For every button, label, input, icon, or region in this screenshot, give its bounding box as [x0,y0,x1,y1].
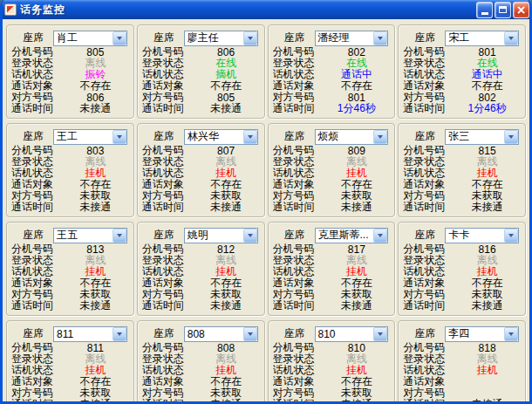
window-controls: × [476,2,529,18]
combobox-dropdown-button[interactable] [113,229,126,243]
seat-combobox[interactable]: 克里斯蒂... [315,228,389,243]
call-duration-row: 通话时间 未接通 [11,300,129,312]
chevron-down-icon [378,135,383,139]
combobox-dropdown-button[interactable] [504,327,518,341]
call-duration-value: 未接通 [324,298,391,313]
seat-combobox[interactable]: 808 [184,326,258,342]
call-duration-value: 未接通 [454,397,521,404]
seat-combobox[interactable]: 卡卡 [445,228,519,243]
seat-combobox[interactable]: 宋工 [445,31,519,46]
seat-combobox[interactable]: 王五 [53,228,127,243]
seat-label: 座席 [273,129,315,144]
call-duration-value: 1分46秒 [454,101,521,116]
combobox-dropdown-button[interactable] [504,229,518,243]
call-duration-row: 通话时间 未接通 [403,202,521,213]
combobox-dropdown-button[interactable] [113,327,126,341]
seat-combobox[interactable]: 811 [53,326,127,342]
seat-combobox-value: 烦烦 [316,129,374,144]
agent-panel: 座席 卡卡 分机号码 816 登录状态 离线 话机状态 挂机 通话对象 不存在 … [398,222,526,316]
call-duration-value: 未接通 [62,397,129,404]
combobox-dropdown-button[interactable] [373,130,387,144]
seat-combobox[interactable]: 张三 [445,129,519,145]
combobox-dropdown-button[interactable] [243,327,257,341]
call-duration-label: 通话时间 [403,200,454,215]
seat-combobox-value: 808 [185,328,243,340]
call-duration-value: 未接通 [454,200,521,215]
call-duration-label: 通话时间 [142,298,193,313]
seat-label: 座席 [403,228,445,243]
close-button[interactable]: × [513,2,529,18]
seat-combobox[interactable]: 王工 [53,129,127,145]
call-duration-row: 通话时间 未接通 [273,399,391,404]
call-duration-value: 未接通 [62,200,129,215]
call-duration-label: 通话时间 [273,298,324,313]
call-duration-value: 未接通 [193,298,260,313]
close-icon: × [516,3,527,16]
app-icon [4,3,17,16]
maximize-button[interactable] [494,2,511,18]
combobox-dropdown-button[interactable] [373,229,387,243]
seat-label: 座席 [11,326,53,341]
call-duration-row: 通话时间 1分46秒 [273,103,391,114]
combobox-dropdown-button[interactable] [373,327,387,341]
call-duration-row: 通话时间 未接通 [142,399,260,404]
seat-combobox[interactable]: 李四 [445,326,519,342]
call-duration-value: 未接通 [62,101,129,116]
agent-panel: 座席 810 分机号码 810 登录状态 离线 话机状态 挂机 通话对象 不存在… [268,320,396,404]
seat-combobox[interactable]: 潘经理 [315,31,389,46]
combobox-dropdown-button[interactable] [504,31,518,45]
seat-combobox[interactable]: 烦烦 [315,129,389,145]
seat-combobox-value: 张三 [446,129,504,144]
title-bar: 话务监控 × [0,0,532,19]
chevron-down-icon [508,37,514,40]
chevron-down-icon [508,135,514,139]
call-duration-value: 未接通 [193,200,260,215]
agent-panel: 座席 王五 分机号码 813 登录状态 离线 话机状态 挂机 通话对象 不存在 … [6,222,134,316]
chevron-down-icon [248,135,253,139]
call-duration-label: 通话时间 [11,200,62,215]
seat-combobox[interactable]: 姚明 [184,228,258,243]
seat-combobox-value: 宋工 [446,31,504,45]
call-duration-row: 通话时间 未接通 [11,399,129,404]
agent-panel: 座席 林兴华 分机号码 807 登录状态 离线 话机状态 挂机 通话对象 不存在… [137,123,265,217]
combobox-dropdown-button[interactable] [243,130,257,144]
agent-panel: 座席 肖工 分机号码 805 登录状态 离线 话机状态 振铃 通话对象 不存在 … [6,24,134,119]
call-duration-row: 通话时间 未接通 [403,399,521,404]
chevron-down-icon [378,234,383,237]
seat-combobox[interactable]: 肖工 [53,31,127,46]
seat-combobox-value: 林兴华 [185,129,243,144]
combobox-dropdown-button[interactable] [243,229,257,243]
seat-combobox[interactable]: 廖主任 [184,31,258,46]
call-duration-label: 通话时间 [142,200,193,215]
combobox-dropdown-button[interactable] [243,31,257,45]
agent-panel: 座席 潘经理 分机号码 802 登录状态 在线 话机状态 通话中 通话对象 不存… [268,24,396,119]
call-duration-value: 未接通 [324,397,391,404]
combobox-dropdown-button[interactable] [373,31,387,45]
call-duration-label: 通话时间 [273,200,324,215]
chevron-down-icon [378,332,383,336]
seat-combobox[interactable]: 810 [315,326,389,342]
combobox-dropdown-button[interactable] [504,130,518,144]
call-duration-row: 通话时间 未接通 [403,300,521,312]
combobox-dropdown-button[interactable] [113,31,126,45]
seat-label: 座席 [142,228,184,243]
call-duration-value: 未接通 [324,200,391,215]
call-duration-label: 通话时间 [142,101,193,116]
call-duration-row: 通话时间 未接通 [273,300,391,312]
call-duration-label: 通话时间 [403,397,454,404]
chevron-down-icon [117,234,122,237]
seat-label: 座席 [11,31,53,45]
seat-combobox-value: 810 [316,328,374,340]
call-duration-label: 通话时间 [11,101,62,116]
combobox-dropdown-button[interactable] [113,130,126,144]
chevron-down-icon [248,234,253,237]
agent-panel: 座席 张三 分机号码 815 登录状态 离线 话机状态 挂机 通话对象 不存在 … [398,123,526,217]
agent-panel: 座席 宋工 分机号码 801 登录状态 在线 话机状态 通话中 通话对象 不存在… [398,24,526,119]
minimize-button[interactable] [476,2,493,18]
call-duration-label: 通话时间 [403,298,454,313]
seat-label: 座席 [273,31,315,45]
seat-combobox[interactable]: 林兴华 [184,129,258,145]
call-duration-label: 通话时间 [11,397,62,404]
seat-combobox-value: 811 [54,328,113,340]
seat-label: 座席 [142,326,184,341]
